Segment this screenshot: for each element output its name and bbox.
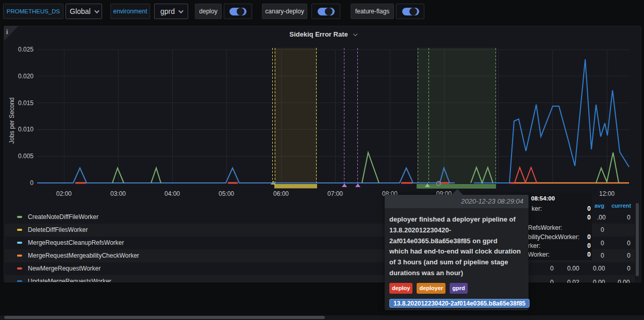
svg-text:04:00: 04:00	[164, 190, 180, 197]
svg-text:0.005: 0.005	[18, 153, 34, 160]
svg-text:0.010: 0.010	[18, 126, 34, 133]
svg-text:06:00: 06:00	[273, 190, 289, 197]
svg-text:0.020: 0.020	[18, 73, 34, 80]
svg-text:05:00: 05:00	[219, 190, 234, 197]
svg-text:07:00: 07:00	[327, 190, 343, 197]
svg-text:12:00: 12:00	[599, 190, 615, 197]
svg-text:0.015: 0.015	[18, 99, 34, 107]
svg-text:Jobs per Second: Jobs per Second	[8, 97, 15, 144]
svg-text:03:00: 03:00	[110, 190, 126, 197]
svg-text:0.025: 0.025	[18, 46, 34, 53]
svg-text:02:00: 02:00	[56, 190, 72, 197]
svg-text:0: 0	[30, 179, 34, 187]
